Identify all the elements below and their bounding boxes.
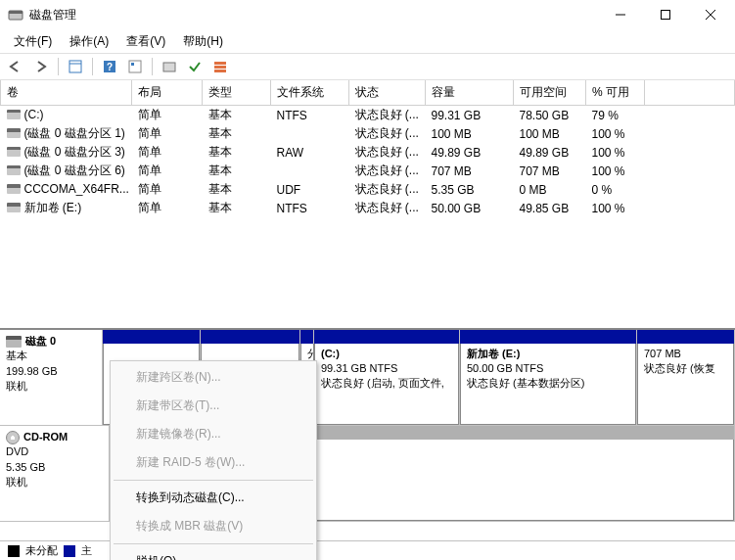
cd0-state: 联机	[6, 475, 103, 490]
toolbar: ?	[0, 53, 735, 80]
col-fs[interactable]: 文件系统	[271, 80, 349, 106]
cm-new-mirrored: 新建镜像卷(R)...	[113, 420, 314, 448]
svg-rect-14	[214, 66, 226, 69]
part-title: (C:)	[321, 348, 340, 359]
vol-name: (磁盘 0 磁盘分区 3)	[24, 144, 125, 161]
cm-to-mbr: 转换成 MBR 磁盘(V)	[113, 512, 314, 540]
minimize-button[interactable]	[598, 0, 643, 29]
cm-new-raid5: 新建 RAID-5 卷(W)...	[113, 448, 314, 477]
vol-name: CCCOMA_X64FR...	[24, 182, 129, 196]
cm-new-spanned: 新建跨区卷(N)...	[113, 363, 314, 392]
col-layout[interactable]: 布局	[132, 80, 203, 106]
legend-unalloc-swatch	[8, 545, 20, 557]
table-header-row: 卷 布局 类型 文件系统 状态 容量 可用空间 % 可用	[1, 80, 735, 106]
volume-icon	[7, 110, 21, 119]
svg-rect-13	[214, 62, 226, 65]
vol-free: 78.50 GB	[514, 106, 586, 125]
col-type[interactable]: 类型	[203, 80, 271, 106]
disk0-header[interactable]: 磁盘 0 基本 199.98 GB 联机	[0, 330, 103, 425]
col-volume[interactable]: 卷	[1, 80, 132, 106]
col-free[interactable]: 可用空间	[514, 80, 586, 106]
vol-cap: 707 MB	[426, 162, 514, 180]
disk0-type: 基本	[6, 349, 96, 363]
part-title: 新加卷 (E:)	[467, 348, 520, 359]
vol-fs	[271, 124, 349, 143]
table-row[interactable]: 新加卷 (E:)简单基本NTFS状态良好 (...50.00 GB49.85 G…	[1, 199, 735, 217]
svg-rect-3	[662, 11, 670, 20]
cd0-type: DVD	[6, 444, 103, 459]
action-button[interactable]	[123, 56, 147, 77]
table-row[interactable]: CCCOMA_X64FR...简单基本UDF状态良好 (...5.35 GB0 …	[1, 180, 735, 199]
forward-button[interactable]	[29, 56, 53, 77]
vol-status: 状态良好 (...	[349, 124, 426, 143]
table-row[interactable]: (磁盘 0 磁盘分区 1)简单基本状态良好 (...100 MB100 MB10…	[1, 124, 735, 143]
vol-fs: NTFS	[271, 106, 349, 125]
vol-layout: 简单	[132, 106, 203, 125]
table-row[interactable]: (磁盘 0 磁盘分区 3)简单基本RAW状态良好 (...49.89 GB49.…	[1, 143, 735, 162]
col-capacity[interactable]: 容量	[426, 80, 514, 106]
show-hide-button[interactable]	[64, 56, 87, 77]
cd0-header[interactable]: CD-ROM DVD 5.35 GB 联机	[0, 426, 110, 521]
back-button[interactable]	[4, 56, 27, 77]
vol-pct: 100 %	[586, 199, 645, 217]
vol-cap: 49.89 GB	[426, 143, 514, 162]
menu-action[interactable]: 操作(A)	[62, 30, 116, 53]
vol-status: 状态良好 (...	[349, 106, 426, 125]
refresh-button[interactable]	[158, 56, 181, 77]
svg-rect-10	[129, 61, 141, 72]
disk0-state: 联机	[6, 379, 96, 394]
vol-type: 基本	[203, 143, 271, 162]
vol-layout: 简单	[132, 162, 203, 180]
table-row[interactable]: (C:)简单基本NTFS状态良好 (...99.31 GB78.50 GB79 …	[1, 106, 735, 125]
cm-to-dynamic[interactable]: 转换到动态磁盘(C)...	[113, 484, 314, 512]
disk0-name: 磁盘 0	[25, 334, 56, 349]
svg-rect-11	[131, 63, 134, 66]
menu-view[interactable]: 查看(V)	[118, 30, 173, 53]
cd-icon	[6, 431, 20, 444]
legend-unalloc-label: 未分配	[25, 543, 58, 558]
vol-layout: 简单	[132, 199, 203, 217]
vol-pct: 100 %	[586, 143, 645, 162]
list-button[interactable]	[208, 56, 232, 77]
volume-list[interactable]: 卷 布局 类型 文件系统 状态 容量 可用空间 % 可用 (C:)简单基本NTF…	[0, 80, 735, 328]
app-icon	[8, 7, 23, 23]
vol-type: 基本	[203, 162, 271, 180]
table-row[interactable]: (磁盘 0 磁盘分区 6)简单基本状态良好 (...707 MB707 MB10…	[1, 162, 735, 180]
vol-status: 状态良好 (...	[349, 162, 426, 180]
partition[interactable]: (C:)99.31 GB NTFS状态良好 (启动, 页面文件,	[314, 330, 460, 425]
partition[interactable]: 707 MB状态良好 (恢复	[637, 330, 735, 425]
vol-free: 49.85 GB	[514, 199, 586, 217]
menu-bar: 文件(F) 操作(A) 查看(V) 帮助(H)	[0, 29, 735, 53]
disk-context-menu: 新建跨区卷(N)... 新建带区卷(T)... 新建镜像卷(R)... 新建 R…	[110, 360, 317, 560]
part-size: 707 MB	[644, 348, 681, 359]
partition[interactable]: 新加卷 (E:)50.00 GB NTFS状态良好 (基本数据分区)	[460, 330, 637, 425]
vol-name: 新加卷 (E:)	[24, 200, 82, 216]
part-status: 分区)	[307, 348, 314, 359]
vol-layout: 简单	[132, 124, 203, 143]
col-pctfree[interactable]: % 可用	[586, 80, 645, 106]
col-status[interactable]: 状态	[349, 80, 426, 106]
cm-offline[interactable]: 脱机(O)	[113, 547, 314, 560]
vol-type: 基本	[203, 199, 271, 217]
legend-primary-label: 主	[81, 543, 92, 558]
volume-icon	[7, 147, 21, 157]
vol-cap: 5.35 GB	[426, 180, 514, 199]
vol-fs: RAW	[271, 143, 349, 162]
svg-rect-1	[9, 11, 23, 14]
menu-file[interactable]: 文件(F)	[6, 30, 60, 53]
maximize-button[interactable]	[643, 0, 688, 29]
svg-text:?: ?	[107, 62, 113, 72]
menu-help[interactable]: 帮助(H)	[175, 30, 231, 53]
check-button[interactable]	[183, 56, 207, 77]
part-status: 状态良好 (基本数据分区)	[467, 377, 584, 389]
volume-icon	[7, 203, 21, 212]
vol-fs	[271, 162, 349, 180]
vol-pct: 0 %	[586, 180, 645, 199]
vol-status: 状态良好 (...	[349, 199, 426, 217]
help-button[interactable]: ?	[98, 56, 121, 77]
part-size: 99.31 GB NTFS	[321, 362, 397, 374]
legend-primary-swatch	[64, 545, 75, 557]
close-button[interactable]	[688, 0, 733, 29]
cd0-size: 5.35 GB	[6, 460, 103, 475]
volume-icon	[7, 184, 21, 194]
